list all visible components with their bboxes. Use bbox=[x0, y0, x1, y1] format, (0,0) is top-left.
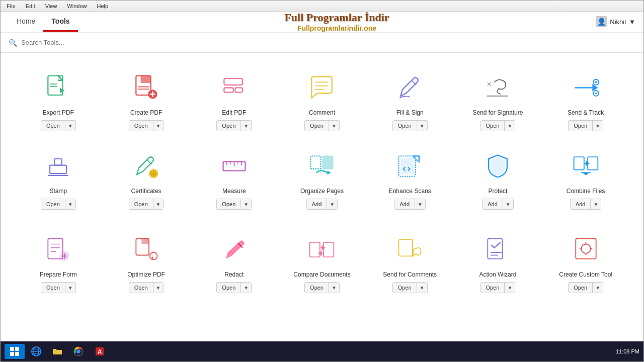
taskbar-app[interactable]: A bbox=[90, 344, 109, 359]
certificates-open-btn[interactable]: Open bbox=[129, 199, 153, 209]
certificates-arrow-btn[interactable]: ▼ bbox=[153, 199, 164, 209]
svg-rect-81 bbox=[10, 352, 14, 356]
send-track-arrow-btn[interactable]: ▼ bbox=[592, 121, 603, 131]
custom-tool-arrow-btn[interactable]: ▼ bbox=[592, 283, 603, 293]
optimize-pdf-btn-group: Open ▼ bbox=[129, 282, 164, 293]
enhance-scans-add-btn[interactable]: Add bbox=[394, 199, 415, 209]
action-wizard-open-btn[interactable]: Open bbox=[481, 283, 505, 293]
send-track-open-btn[interactable]: Open bbox=[569, 121, 592, 131]
tool-create-pdf[interactable]: Create PDF Open ▼ bbox=[104, 63, 189, 136]
start-button[interactable] bbox=[5, 344, 25, 359]
optimize-pdf-arrow-btn[interactable]: ▼ bbox=[153, 283, 164, 293]
export-pdf-arrow-btn[interactable]: ▼ bbox=[65, 121, 75, 131]
taskbar-ie[interactable] bbox=[27, 344, 46, 359]
comment-arrow-btn[interactable]: ▼ bbox=[329, 121, 339, 131]
fill-sign-icon bbox=[392, 70, 428, 105]
tool-measure[interactable]: Measure Open ▼ bbox=[191, 141, 277, 215]
measure-open-btn[interactable]: Open bbox=[217, 199, 240, 209]
fill-sign-name: Fill & Sign bbox=[396, 109, 424, 116]
organize-pages-arrow-btn[interactable]: ▼ bbox=[327, 199, 337, 209]
organize-pages-btn-group: Add ▼ bbox=[306, 199, 338, 210]
tool-export-pdf[interactable]: Export PDF Open ▼ bbox=[16, 63, 101, 136]
stamp-arrow-btn[interactable]: ▼ bbox=[65, 199, 75, 209]
compare-arrow-btn[interactable]: ▼ bbox=[329, 283, 339, 293]
send-signature-open-btn[interactable]: Open bbox=[481, 121, 505, 131]
taskbar-chrome[interactable] bbox=[69, 344, 88, 359]
menu-help[interactable]: Help bbox=[95, 2, 110, 10]
organize-pages-add-btn[interactable]: Add bbox=[307, 199, 327, 209]
action-wizard-arrow-btn[interactable]: ▼ bbox=[504, 283, 515, 293]
tool-enhance-scans[interactable]: Enhance Scans Add ▼ bbox=[367, 141, 453, 215]
create-pdf-icon bbox=[129, 70, 164, 105]
protect-add-btn[interactable]: Add bbox=[482, 199, 503, 209]
comment-open-btn[interactable]: Open bbox=[305, 121, 329, 131]
prepare-form-arrow-btn[interactable]: ▼ bbox=[65, 283, 75, 293]
tool-comment[interactable]: Comment Open ▼ bbox=[279, 63, 365, 136]
menu-window[interactable]: Window bbox=[65, 2, 89, 10]
tab-home[interactable]: Home bbox=[9, 12, 43, 32]
tool-send-track[interactable]: Send & Track Open ▼ bbox=[543, 63, 628, 136]
watermark: Full Programlar İndir Fullprogramlarindi… bbox=[284, 11, 389, 32]
tool-combine-files[interactable]: Combine Files Add ▼ bbox=[543, 141, 628, 215]
fill-sign-arrow-btn[interactable]: ▼ bbox=[417, 121, 427, 131]
optimize-pdf-open-btn[interactable]: Open bbox=[129, 283, 153, 293]
tool-compare[interactable]: Compare Documents Open ▼ bbox=[279, 225, 365, 298]
search-input[interactable] bbox=[21, 39, 172, 46]
edit-pdf-open-btn[interactable]: Open bbox=[217, 121, 240, 131]
tool-prepare-form[interactable]: Prepare Form Open ▼ bbox=[16, 225, 101, 298]
optimize-pdf-icon bbox=[129, 232, 164, 267]
stamp-btn-group: Open ▼ bbox=[41, 199, 76, 210]
enhance-scans-arrow-btn[interactable]: ▼ bbox=[415, 199, 425, 209]
tool-custom-tool[interactable]: Create Custom Tool Open ▼ bbox=[543, 225, 628, 298]
action-wizard-icon bbox=[480, 232, 515, 267]
tool-redact[interactable]: Redact Open ▼ bbox=[191, 225, 277, 298]
redact-arrow-btn[interactable]: ▼ bbox=[240, 283, 251, 293]
measure-btn-group: Open ▼ bbox=[216, 199, 252, 210]
edit-pdf-icon bbox=[216, 70, 252, 105]
prepare-form-open-btn[interactable]: Open bbox=[41, 283, 65, 293]
taskbar-folder[interactable] bbox=[48, 344, 67, 359]
svg-rect-45 bbox=[400, 158, 414, 174]
user-area[interactable]: 👤 Nikhil ▼ bbox=[596, 16, 635, 27]
export-pdf-name: Export PDF bbox=[43, 109, 74, 116]
menu-file[interactable]: File bbox=[5, 2, 18, 10]
search-icon: 🔍 bbox=[9, 39, 17, 47]
tool-action-wizard[interactable]: Action Wizard Open ▼ bbox=[455, 225, 541, 298]
tool-stamp[interactable]: Stamp Open ▼ bbox=[16, 141, 101, 215]
tool-fill-sign[interactable]: Fill & Sign Open ▼ bbox=[367, 63, 453, 136]
tool-edit-pdf[interactable]: Edit PDF Open ▼ bbox=[191, 63, 277, 136]
redact-open-btn[interactable]: Open bbox=[217, 283, 240, 293]
tool-certificates[interactable]: Certificates Open ▼ bbox=[104, 141, 189, 215]
compare-open-btn[interactable]: Open bbox=[305, 283, 329, 293]
create-pdf-open-btn[interactable]: Open bbox=[129, 121, 153, 131]
tool-send-comments[interactable]: Send for Comments Open ▼ bbox=[367, 225, 453, 298]
tab-tools[interactable]: Tools bbox=[43, 12, 77, 32]
export-pdf-open-btn[interactable]: Open bbox=[41, 121, 65, 131]
send-comments-arrow-btn[interactable]: ▼ bbox=[417, 283, 427, 293]
fill-sign-open-btn[interactable]: Open bbox=[393, 121, 417, 131]
measure-arrow-btn[interactable]: ▼ bbox=[240, 199, 251, 209]
combine-files-add-btn[interactable]: Add bbox=[571, 199, 591, 209]
stamp-open-btn[interactable]: Open bbox=[41, 199, 65, 209]
tool-send-signature[interactable]: × Send for Signature Open ▼ bbox=[455, 63, 541, 136]
combine-files-icon bbox=[568, 148, 603, 184]
svg-rect-6 bbox=[141, 75, 151, 83]
custom-tool-open-btn[interactable]: Open bbox=[569, 283, 592, 293]
create-pdf-arrow-btn[interactable]: ▼ bbox=[153, 121, 164, 131]
tool-organize-pages[interactable]: Organize Pages Add ▼ bbox=[279, 141, 365, 215]
taskbar-time: 11:08 PM bbox=[616, 348, 639, 354]
menu-view[interactable]: View bbox=[43, 2, 59, 10]
edit-pdf-arrow-btn[interactable]: ▼ bbox=[240, 121, 251, 131]
svg-rect-73 bbox=[576, 238, 596, 258]
svg-marker-51 bbox=[582, 172, 590, 175]
send-signature-arrow-btn[interactable]: ▼ bbox=[504, 121, 515, 131]
tool-optimize-pdf[interactable]: Optimize PDF Open ▼ bbox=[104, 225, 189, 298]
protect-arrow-btn[interactable]: ▼ bbox=[503, 199, 513, 209]
send-comments-open-btn[interactable]: Open bbox=[393, 283, 417, 293]
menu-edit[interactable]: Edit bbox=[24, 2, 37, 10]
stamp-icon bbox=[41, 148, 76, 184]
tool-protect[interactable]: Protect Add ▼ bbox=[455, 141, 541, 215]
organize-pages-icon bbox=[304, 148, 340, 184]
combine-files-arrow-btn[interactable]: ▼ bbox=[590, 199, 601, 209]
comment-name: Comment bbox=[309, 109, 335, 116]
